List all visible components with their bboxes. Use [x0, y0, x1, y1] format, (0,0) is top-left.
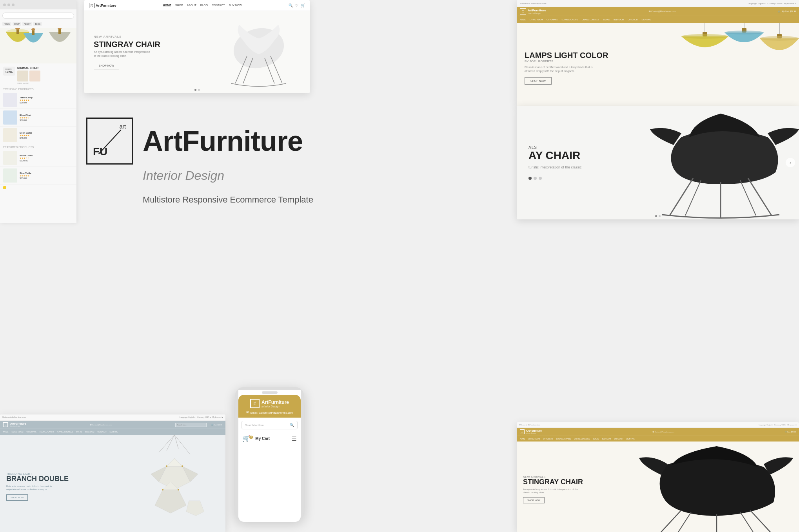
- product-stars-4: ★★★☆☆: [20, 157, 73, 159]
- featured-section-title: FEATURED PRODUCTS: [0, 144, 76, 149]
- svg-point-6: [58, 28, 62, 29]
- top-center-logo-box: artFU: [89, 3, 94, 8]
- mobile-inner: artFU ArtFurniture Interior Design ✉ Ema…: [238, 395, 301, 522]
- right-center-inner: ALS AY CHAIR turistic interpretation of …: [517, 106, 799, 219]
- product-row-2: Blue Chair ★★★★☆ $89.00: [0, 109, 76, 127]
- language-selector: Language: English ▾ Currency: USD ▾ My A…: [748, 2, 796, 5]
- product-price-1: $29.99: [20, 101, 73, 104]
- br-title: STINGRAY CHAIR: [523, 478, 583, 486]
- product-row-3: Desk Lamp ★★★★★ $45.00: [0, 127, 76, 144]
- stingray-chair-image: [220, 17, 298, 89]
- bl-nav-ottoman: OTTOMANS: [27, 431, 36, 433]
- product-row-1: Table Lamp ★★★★★ $29.99: [0, 91, 76, 109]
- bl-nav: HOME LIVING ROOM OTTOMANS LOUNGE CHAIRS …: [0, 429, 225, 435]
- product-price-5: $65.00: [20, 177, 73, 179]
- br-contact: ☎ Contact@Plazathemes.com: [544, 431, 783, 433]
- bl-nav-bedroom: BEDROOM: [85, 431, 94, 433]
- svg-line-45: [676, 512, 691, 532]
- hero-sub: NEW ARRIVALS: [94, 35, 160, 38]
- bl-search-input[interactable]: [175, 423, 207, 427]
- rc-pagination: [528, 177, 582, 180]
- svg-line-29: [174, 435, 190, 454]
- product-thumb-4: [3, 151, 17, 165]
- minimal-chair-label: MINIMAL CHAIR: [17, 67, 73, 69]
- left-search-bar: [2, 13, 74, 19]
- wishlist-icon: ♡: [295, 4, 298, 7]
- rc-bottom-dots: [655, 215, 661, 217]
- bl-contact: ☎ Contact@Plazathemes.com: [29, 424, 173, 426]
- bl-nav-home: HOME: [3, 431, 9, 433]
- left-panel-header: [0, 0, 76, 9]
- br-welcome-bar: Welcome to ArtFurniture store! Language:…: [517, 422, 799, 428]
- mobile-search[interactable]: Search for item... 🔍: [242, 421, 298, 429]
- br-nav-lighting: LIGHTING: [626, 438, 635, 440]
- top-right-hero: LAMPS LIGHT COLOR BY JOEL ROBERTS Ekum i…: [517, 23, 799, 106]
- product-info-3: Desk Lamp ★★★★★ $45.00: [20, 132, 73, 139]
- nav-about: ABOUT: [22, 22, 32, 26]
- brand-tagline-text: Multistore Responsive Ecommerce Template: [143, 195, 329, 205]
- product-stars-1: ★★★★★: [20, 99, 73, 101]
- bl-nav-living: LIVING ROOM: [12, 431, 24, 433]
- tr-shop-btn[interactable]: SHOP NOW: [525, 77, 552, 85]
- product-thumb-5: [3, 168, 17, 183]
- brand-subtitle-text: Interior Design: [143, 168, 329, 183]
- bl-nav-chaise: CHAISE LOUNGES: [57, 431, 73, 433]
- br-desc: An eye-catching almost futuristic interp…: [523, 488, 578, 494]
- top-right-logo-box: artFU: [520, 8, 526, 14]
- br-hero: NEW ARRIVALS STINGRAY CHAIR An eye-catch…: [517, 442, 799, 532]
- br-logo-text-area: ArtFurniture Interior Design: [526, 429, 542, 434]
- br-shop-btn[interactable]: SHOP NOW: [523, 497, 545, 503]
- bl-hero-text: TRENDING LIGHT BRANCH DOUBLE Duis aute i…: [0, 466, 75, 507]
- top-center-nav-icons: 🔍 ♡ 🛒: [289, 4, 305, 7]
- mobile-cart-label: My Cart: [255, 436, 270, 441]
- svg-line-27: [167, 435, 174, 451]
- svg-point-38: [182, 465, 183, 467]
- rc-dot-1: [528, 177, 532, 180]
- product-row-4: White Chair ★★★☆☆ $120.00: [0, 149, 76, 167]
- svg-marker-32: [167, 458, 182, 466]
- mobile-search-icon: 🔍: [290, 423, 294, 427]
- top-right-panel: Welcome to ArtFurniture store! Language:…: [517, 0, 799, 106]
- top-center-logo: artFU ArtFurniture: [89, 3, 116, 8]
- cart-amount: My Cart: $22.99: [782, 10, 796, 13]
- br-nav-sofas: SOFAS: [593, 438, 599, 440]
- nav-link-shop: SHOP: [175, 4, 183, 7]
- top-center-nav: artFU ArtFurniture HOME SHOP ABOUT BLOG …: [84, 0, 310, 11]
- svg-line-25: [740, 180, 756, 215]
- rc-desc: turistic interpretation of the classic: [528, 165, 582, 170]
- svg-point-4: [31, 28, 35, 31]
- rc-dot-3: [539, 177, 542, 180]
- dot-1: [3, 4, 6, 6]
- product-row-5: Side Table ★★★★★ $65.00: [0, 167, 76, 185]
- rc-dot-2: [534, 177, 537, 180]
- cart-icon: 🛒: [301, 4, 305, 7]
- bl-logo-box: art: [3, 422, 8, 427]
- brand-center-area: art FU ArtFurniture Interior Design Mult…: [86, 118, 329, 205]
- product-info-2: Blue Chair ★★★★☆ $89.00: [20, 114, 73, 121]
- bl-hero: TRENDING LIGHT BRANCH DOUBLE Duis aute i…: [0, 435, 225, 532]
- product-price-4: $120.00: [20, 159, 73, 162]
- bl-cart-count: 🛒 Cart: $22.99: [211, 424, 222, 426]
- mobile-header: artFU ArtFurniture Interior Design ✉ Ema…: [238, 395, 301, 418]
- phone-top-bar: [238, 390, 301, 395]
- mobile-logo-row: artFU ArtFurniture Interior Design: [250, 399, 289, 408]
- svg-line-23: [748, 178, 772, 215]
- lamps-svg: [666, 23, 799, 106]
- hero-shop-btn[interactable]: SHOP NOW: [94, 62, 119, 69]
- br-hero-text: NEW ARRIVALS STINGRAY CHAIR An eye-catch…: [517, 469, 589, 510]
- rc-next-arrow[interactable]: ›: [786, 158, 795, 167]
- dark-chair-svg: [642, 106, 799, 219]
- br-nav-home: HOME: [520, 438, 525, 440]
- bl-shop-btn[interactable]: SHOP NOW: [6, 494, 28, 501]
- nav-home: HOME: [2, 22, 11, 26]
- svg-line-24: [685, 180, 701, 215]
- top-center-panel: artFU ArtFurniture HOME SHOP ABOUT BLOG …: [84, 0, 310, 93]
- svg-point-14: [681, 34, 728, 39]
- bl-nav-outdoor: OUTDOOR: [98, 431, 107, 433]
- tr-nav-outdoor: OUTDOOR: [628, 18, 638, 21]
- brand-logo-row: art FU ArtFurniture: [86, 118, 329, 165]
- lamp-blue-icon: [22, 28, 45, 52]
- mobile-logo-text-area: ArtFurniture Interior Design: [261, 400, 289, 408]
- tr-nav-bedroom: BEDROOM: [614, 18, 624, 21]
- hero-pagination-dots: [194, 89, 200, 91]
